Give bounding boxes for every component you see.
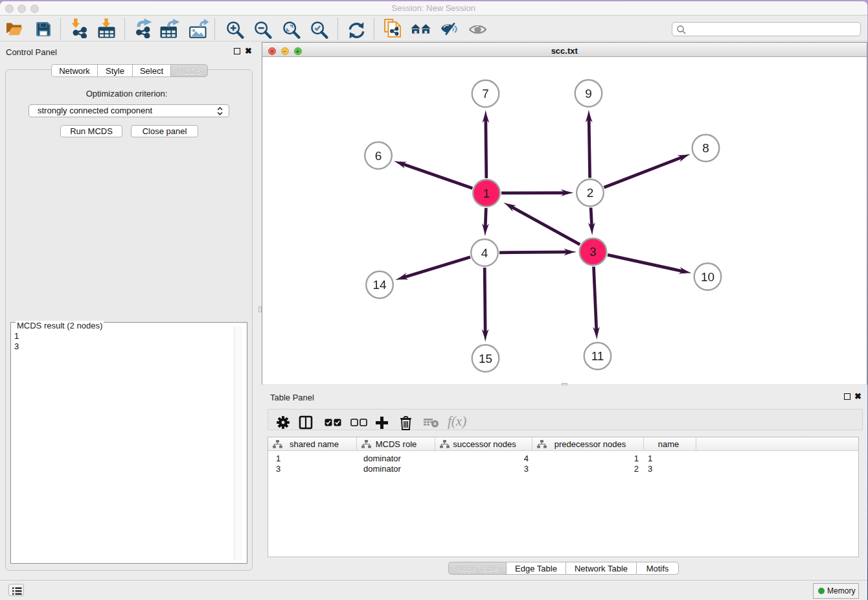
svg-text:1: 1 [483, 187, 490, 200]
svg-text:4: 4 [481, 246, 488, 260]
svg-text:9: 9 [585, 87, 592, 100]
svg-text:2: 2 [587, 186, 594, 200]
svg-text:3: 3 [589, 245, 597, 259]
svg-text:7: 7 [482, 87, 489, 100]
svg-text:6: 6 [375, 149, 382, 163]
svg-text:10: 10 [701, 270, 714, 284]
svg-text:11: 11 [591, 349, 604, 363]
svg-text:15: 15 [479, 352, 492, 365]
svg-text:8: 8 [702, 141, 709, 155]
svg-text:14: 14 [372, 278, 387, 292]
